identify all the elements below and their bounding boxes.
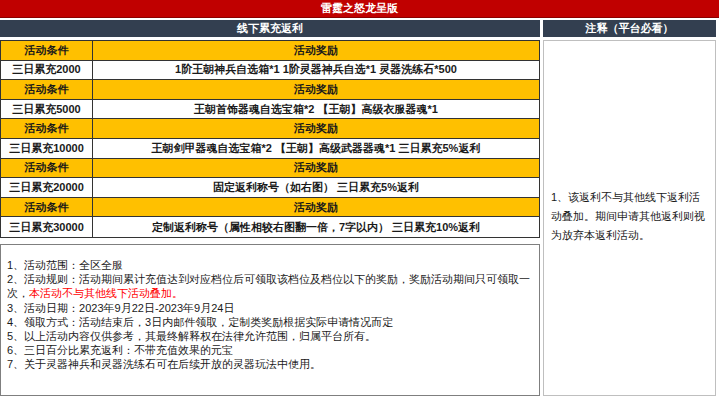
condition-header-cell: 活动条件 — [1, 159, 93, 178]
note-line: 5、以上活动内容仅供参考，其最终解释权在法律允许范围，归属平台所有。 — [7, 329, 531, 343]
note-line: 3、活动日期：2023年9月22日-2023年9月24日 — [7, 301, 531, 315]
reward-cell: 定制返利称号（属性相较右图翻一倍，7字以内） 三日累充10%返利 — [93, 217, 539, 237]
recharge-rebate-section: 线下累充返利 活动条件 活动奖励 三日累充2000 1阶王朝神兵自选箱*1 1阶… — [0, 20, 540, 396]
condition-header-cell: 活动条件 — [1, 41, 93, 60]
reward-cell: 1阶王朝神兵自选箱*1 1阶灵器神兵自选*1 灵器洗练石*500 — [93, 61, 539, 80]
note-line: 1、活动范围：全区全服 — [7, 258, 531, 272]
condition-header-cell: 活动条件 — [1, 119, 93, 138]
note-line: 2、活动规则：活动期间累计充值达到对应档位后可领取该档位及档位以下的奖励，奖励活… — [7, 272, 531, 300]
table-header-row: 活动条件 活动奖励 — [1, 159, 539, 179]
table-header-row: 活动条件 活动奖励 — [1, 119, 539, 139]
condition-cell: 三日累充30000 — [1, 217, 93, 237]
reward-header-cell: 活动奖励 — [93, 198, 539, 217]
reward-header-cell: 活动奖励 — [93, 80, 539, 99]
left-section-header: 线下累充返利 — [0, 20, 540, 37]
note-line: 7、关于灵器神兵和灵器洗练石可在后续开放的灵器玩法中使用。 — [7, 357, 531, 371]
note-text: 7、关于灵器神兵和灵器洗练石可在后续开放的灵器玩法中使用。 — [7, 358, 321, 370]
condition-header-cell: 活动条件 — [1, 80, 93, 99]
table-header-row: 活动条件 活动奖励 — [1, 41, 539, 61]
page-title: 雷霆之怒龙呈版 — [0, 0, 719, 18]
annotation-panel: 1、该返利不与其他线下返利活动叠加。期间申请其他返利则视为放弃本返利活动。 — [543, 40, 716, 396]
table-header-row: 活动条件 活动奖励 — [1, 198, 539, 218]
condition-header-cell: 活动条件 — [1, 198, 93, 217]
note-text: 1、活动范围：全区全服 — [7, 259, 123, 271]
reward-header-cell: 活动奖励 — [93, 159, 539, 178]
table-row: 三日累充20000 固定返利称号（如右图） 三日累充5%返利 — [1, 178, 539, 198]
table-header-row: 活动条件 活动奖励 — [1, 80, 539, 100]
condition-cell: 三日累充5000 — [1, 100, 93, 119]
condition-cell: 三日累充20000 — [1, 178, 93, 197]
notes-section: 1、活动范围：全区全服 2、活动规则：活动期间累计充值达到对应档位后可领取该档位… — [0, 244, 540, 396]
note-text: 6、三日百分比累充返利：不带充值效果的元宝 — [7, 344, 233, 356]
table-row: 三日累充5000 王朝首饰器魂自选宝箱*2 【王朝】高级衣服器魂*1 — [1, 100, 539, 120]
condition-cell: 三日累充10000 — [1, 139, 93, 158]
table-row: 三日累充10000 王朝剑甲器魂自选宝箱*2 【王朝】高级武器器魂*1 三日累充… — [1, 139, 539, 159]
table-row: 三日累充30000 定制返利称号（属性相较右图翻一倍，7字以内） 三日累充10%… — [1, 217, 539, 237]
reward-header-cell: 活动奖励 — [93, 41, 539, 60]
note-warning-text: 本活动不与其他线下活动叠加。 — [29, 287, 183, 299]
note-line: 6、三日百分比累充返利：不带充值效果的元宝 — [7, 343, 531, 357]
note-line: 4、领取方式：活动结束后，3日内邮件领取，定制类奖励根据实际申请情况而定 — [7, 315, 531, 329]
note-text: 5、以上活动内容仅供参考，其最终解释权在法律允许范围，归属平台所有。 — [7, 330, 376, 342]
right-section-header: 注释（平台必看） — [543, 20, 716, 37]
page: 雷霆之怒龙呈版 线下累充返利 活动条件 活动奖励 三日累充2000 1阶王朝神兵… — [0, 0, 719, 396]
annotation-section: 注释（平台必看） 1、该返利不与其他线下返利活动叠加。期间申请其他返利则视为放弃… — [543, 20, 716, 396]
note-text: 3、活动日期：2023年9月22日-2023年9月24日 — [7, 302, 234, 314]
reward-header-cell: 活动奖励 — [93, 119, 539, 138]
recharge-table: 活动条件 活动奖励 三日累充2000 1阶王朝神兵自选箱*1 1阶灵器神兵自选*… — [0, 40, 540, 238]
note-text: 4、领取方式：活动结束后，3日内邮件领取，定制类奖励根据实际申请情况而定 — [7, 316, 393, 328]
table-row: 三日累充2000 1阶王朝神兵自选箱*1 1阶灵器神兵自选*1 灵器洗练石*50… — [1, 61, 539, 81]
reward-cell: 王朝首饰器魂自选宝箱*2 【王朝】高级衣服器魂*1 — [93, 100, 539, 119]
content: 线下累充返利 活动条件 活动奖励 三日累充2000 1阶王朝神兵自选箱*1 1阶… — [0, 20, 719, 396]
reward-cell: 王朝剑甲器魂自选宝箱*2 【王朝】高级武器器魂*1 三日累充5%返利 — [93, 139, 539, 158]
annotation-note: 1、该返利不与其他线下返利活动叠加。期间申请其他返利则视为放弃本返利活动。 — [551, 188, 708, 245]
reward-cell: 固定返利称号（如右图） 三日累充5%返利 — [93, 178, 539, 197]
condition-cell: 三日累充2000 — [1, 61, 93, 80]
